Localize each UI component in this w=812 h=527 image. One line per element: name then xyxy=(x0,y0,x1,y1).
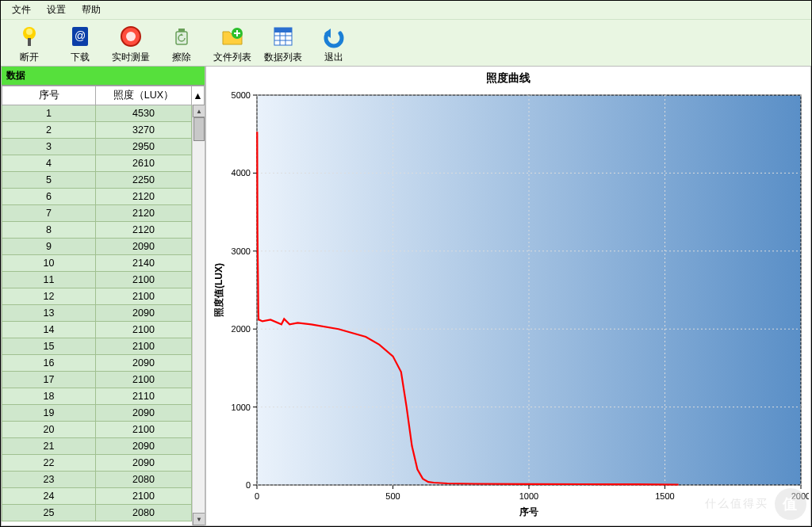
table-row[interactable]: 23270 xyxy=(2,122,205,139)
toolbar-label: 擦除 xyxy=(156,51,207,64)
scroll-down-button[interactable]: ▼ xyxy=(193,513,205,525)
table-row[interactable]: 112100 xyxy=(2,272,205,288)
data-panel: 数据 序号 照度（LUX） ▲ 145302327032950426105225… xyxy=(1,66,205,526)
table-row[interactable]: 72120 xyxy=(2,205,205,222)
menu-file[interactable]: 文件 xyxy=(4,2,39,18)
menu-settings[interactable]: 设置 xyxy=(39,2,74,18)
svg-text:0: 0 xyxy=(255,491,259,501)
scroll-up-button[interactable]: ▲ xyxy=(193,105,205,117)
data-table: 序号 照度（LUX） ▲ 145302327032950426105225062… xyxy=(2,86,205,521)
exit-icon xyxy=(321,24,347,49)
cell-index: 13 xyxy=(2,305,96,322)
table-row[interactable]: 92090 xyxy=(2,239,205,255)
table-row[interactable]: 162090 xyxy=(2,355,205,372)
table-row[interactable]: 242100 xyxy=(2,488,205,505)
svg-text:4000: 4000 xyxy=(232,168,251,178)
exit-button[interactable]: 退出 xyxy=(308,24,359,64)
cell-lux: 2090 xyxy=(96,405,192,422)
erase-button[interactable]: 擦除 xyxy=(156,24,207,64)
svg-text:@: @ xyxy=(75,29,86,42)
download-icon: @ xyxy=(67,24,93,49)
toolbar-label: 断开 xyxy=(4,51,55,64)
table-row[interactable]: 82120 xyxy=(2,222,205,239)
cell-lux: 2110 xyxy=(96,388,192,405)
cell-lux: 2080 xyxy=(96,505,192,521)
disconnect-button[interactable]: 断开 xyxy=(4,24,55,64)
table-row[interactable]: 182110 xyxy=(2,388,205,405)
table-row[interactable]: 42610 xyxy=(2,155,205,172)
data-panel-title: 数据 xyxy=(2,67,205,86)
col-index[interactable]: 序号 xyxy=(2,86,96,105)
table-row[interactable]: 102140 xyxy=(2,255,205,272)
toolbar: 断开 @ 下载 实时测量 擦除 文件列表 数据列表 退出 xyxy=(1,20,811,66)
svg-text:2000: 2000 xyxy=(232,324,251,334)
cell-lux: 2120 xyxy=(96,189,192,205)
cell-lux: 2100 xyxy=(96,272,192,288)
data-list-button[interactable]: 数据列表 xyxy=(258,24,308,64)
table-row[interactable]: 172100 xyxy=(2,372,205,388)
file-list-button[interactable]: 文件列表 xyxy=(207,24,258,64)
toolbar-label: 下载 xyxy=(55,51,105,64)
cell-lux: 2100 xyxy=(96,422,192,438)
svg-text:0: 0 xyxy=(246,480,251,490)
data-table-wrap: 序号 照度（LUX） ▲ 145302327032950426105225062… xyxy=(2,86,205,525)
cell-index: 25 xyxy=(2,505,96,521)
svg-rect-1 xyxy=(28,38,31,46)
scrollbar[interactable]: ▲ ▼ xyxy=(192,105,205,525)
svg-text:2000: 2000 xyxy=(791,491,809,501)
cell-index: 14 xyxy=(2,322,96,338)
cell-index: 18 xyxy=(2,388,96,405)
cell-index: 3 xyxy=(2,139,96,155)
cell-lux: 2090 xyxy=(96,305,192,322)
svg-text:500: 500 xyxy=(385,491,400,501)
table-row[interactable]: 212090 xyxy=(2,438,205,455)
table-row[interactable]: 252080 xyxy=(2,505,205,521)
toolbar-label: 退出 xyxy=(308,51,359,64)
cell-index: 4 xyxy=(2,155,96,172)
cell-lux: 2100 xyxy=(96,372,192,388)
menu-help[interactable]: 帮助 xyxy=(74,2,109,18)
chart-title: 照度曲线 xyxy=(206,67,810,89)
table-row[interactable]: 14530 xyxy=(2,105,205,122)
table-row[interactable]: 142100 xyxy=(2,322,205,338)
cell-lux: 2090 xyxy=(96,438,192,455)
svg-point-6 xyxy=(126,32,136,41)
col-lux[interactable]: 照度（LUX） xyxy=(96,86,192,105)
table-row[interactable]: 232080 xyxy=(2,472,205,488)
cell-lux: 2120 xyxy=(96,222,192,239)
menu-bar: 文件 设置 帮助 xyxy=(1,1,811,20)
svg-point-2 xyxy=(26,29,33,35)
cell-index: 1 xyxy=(2,105,96,122)
chart-panel: 照度曲线 05001000150020000100020003000400050… xyxy=(205,66,811,526)
table-row[interactable]: 202100 xyxy=(2,422,205,438)
realtime-button[interactable]: 实时测量 xyxy=(105,24,156,64)
cell-lux: 2610 xyxy=(96,155,192,172)
download-button[interactable]: @ 下载 xyxy=(55,24,105,64)
cell-index: 8 xyxy=(2,222,96,239)
cell-lux: 2090 xyxy=(96,355,192,372)
table-row[interactable]: 222090 xyxy=(2,455,205,472)
table-row[interactable]: 52250 xyxy=(2,172,205,189)
table-row[interactable]: 152100 xyxy=(2,338,205,355)
table-row[interactable]: 62120 xyxy=(2,189,205,205)
cell-lux: 2080 xyxy=(96,472,192,488)
table-row[interactable]: 192090 xyxy=(2,405,205,422)
table-row[interactable]: 32950 xyxy=(2,139,205,155)
cell-index: 2 xyxy=(2,122,96,139)
table-row[interactable]: 122100 xyxy=(2,288,205,305)
cell-lux: 2100 xyxy=(96,338,192,355)
cell-index: 20 xyxy=(2,422,96,438)
toolbar-label: 文件列表 xyxy=(207,51,258,64)
cell-lux: 2950 xyxy=(96,139,192,155)
cell-index: 19 xyxy=(2,405,96,422)
cell-index: 22 xyxy=(2,455,96,472)
cell-index: 6 xyxy=(2,189,96,205)
svg-text:1500: 1500 xyxy=(655,491,674,501)
svg-rect-9 xyxy=(178,29,185,32)
cell-index: 5 xyxy=(2,172,96,189)
table-row[interactable]: 132090 xyxy=(2,305,205,322)
cell-index: 17 xyxy=(2,372,96,388)
cell-index: 12 xyxy=(2,288,96,305)
realtime-icon xyxy=(118,24,144,49)
scroll-thumb[interactable] xyxy=(193,117,205,141)
